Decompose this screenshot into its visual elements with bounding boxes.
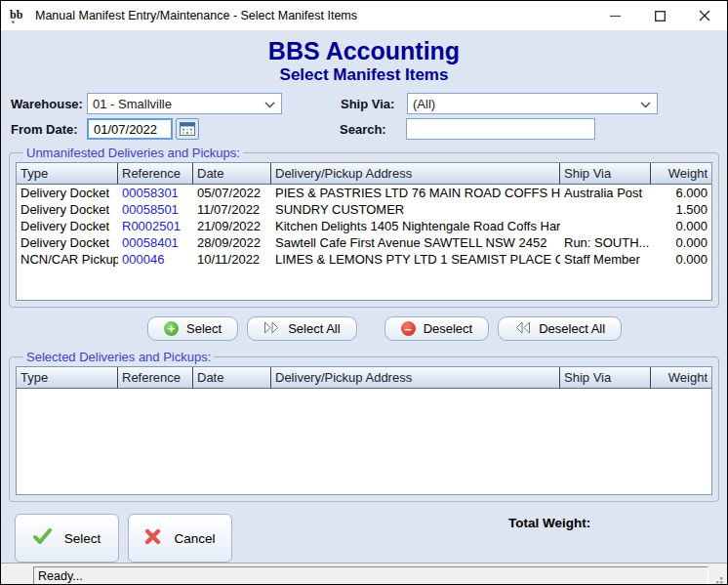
cell-weight: 0.000 [651,234,711,251]
cell-type: Delivery Docket [17,185,118,201]
cell-shipvia: Run: SOUTH... [560,234,651,251]
search-label: Search: [340,122,406,137]
warehouse-label: Warehouse: [9,97,87,111]
cell-address: PIES & PASTRIES LTD 76 MAIN ROAD COFFS H… [271,185,560,201]
ship-via-label: Ship Via: [341,97,407,111]
cell-reference-link[interactable]: 00058301 [118,185,193,201]
cancel-label: Cancel [174,531,215,546]
minus-circle-icon: – [401,321,416,336]
minimize-button[interactable] [592,1,637,30]
cell-address: SUNDRY CUSTOMER [271,201,560,218]
window-title: Manual Manifest Entry/Maintenance - Sele… [35,9,357,22]
cell-weight: 0.000 [651,251,711,268]
status-text: Ready... [33,566,708,585]
cell-address: LIMES & LEMONS PTY LTD 1 SEAMIST PLACE C… [271,251,560,268]
bbs-app-icon: bb s [9,8,28,24]
check-icon [33,528,52,548]
unmanifested-group: Unmanifested Deliveries and Pickups: Typ… [9,146,719,308]
column-header-address: Delivery/Pickup Address [271,163,560,184]
statusbar: Ready... [1,563,727,585]
selected-table: Type Reference Date Delivery/Pickup Addr… [16,366,712,495]
cell-weight: 6.000 [651,185,711,201]
confirm-select-button[interactable]: Select [15,514,119,563]
from-date-input[interactable] [87,118,173,140]
cell-reference-link[interactable]: 00058501 [118,201,193,218]
from-date-label: From Date: [9,122,87,137]
column-header-type: Type [17,367,118,388]
dialog-content: BBS Accounting Select Manifest Items War… [1,30,727,563]
cell-date: 10/11/2022 [193,251,271,268]
unmanifested-group-label: Unmanifested Deliveries and Pickups: [23,146,243,160]
titlebar: bb s Manual Manifest Entry/Maintenance -… [1,1,727,30]
column-header-type: Type [17,163,118,184]
column-header-date: Date [193,367,271,388]
double-right-arrow-icon [263,321,280,337]
cell-reference-link[interactable]: R0002501 [118,218,193,234]
cell-type: Delivery Docket [17,201,118,218]
cell-shipvia: Australia Post [560,185,651,201]
unmanifested-table-body: Delivery Docket 00058301 05/07/2022 PIES… [17,185,711,300]
column-header-weight: Weight [651,367,711,388]
deselect-all-button[interactable]: Deselect All [498,316,622,341]
column-header-date: Date [193,163,271,184]
app-title: BBS Accounting [9,37,719,64]
table-row[interactable]: NCN/CAR Pickup 000046 10/11/2022 LIMES &… [17,251,711,268]
filter-row-1: Warehouse: 01 - Smallville Ship Via: (Al… [9,93,719,114]
cancel-button[interactable]: Cancel [128,514,232,563]
select-button-label: Select [186,321,222,336]
warehouse-select[interactable]: 01 - Smallville [87,93,282,114]
plus-circle-icon: + [164,321,179,336]
chevron-down-icon [640,97,651,111]
close-icon [699,10,710,21]
minimize-icon [610,11,621,21]
filter-row-2: From Date: Search: [9,118,719,140]
calendar-button[interactable] [176,118,199,140]
cell-address: Sawtell Cafe First Avenue SAWTELL NSW 24… [271,234,560,251]
column-header-address: Delivery/Pickup Address [271,367,560,388]
select-button[interactable]: + Select [147,316,238,341]
table-row[interactable]: Delivery Docket 00058401 28/09/2022 Sawt… [17,234,711,251]
cell-shipvia: Staff Member [560,251,651,268]
x-icon [144,528,161,548]
cell-type: Delivery Docket [17,218,118,234]
svg-text:s: s [12,18,15,24]
column-header-shipvia: Ship Via [560,367,651,388]
selected-group-label: Selected Deliveries and Pickups: [23,350,214,364]
selected-table-body [17,389,711,494]
selected-table-header: Type Reference Date Delivery/Pickup Addr… [17,367,711,389]
search-input[interactable] [406,118,595,140]
cell-date: 21/09/2022 [193,218,271,234]
column-header-shipvia: Ship Via [560,163,651,184]
cell-date: 28/09/2022 [193,234,271,251]
resize-grip[interactable] [710,575,724,585]
cell-reference-link[interactable]: 000046 [118,251,193,268]
total-weight-label: Total Weight: [508,516,590,530]
table-row[interactable]: Delivery Docket 00058501 11/07/2022 SUND… [17,201,711,218]
cell-address: Kitchen Delights 1405 Nightengale Road C… [271,218,560,234]
chevron-down-icon [264,97,275,111]
selection-actions: + Select Select All – Deselect Deselect … [147,316,719,341]
ship-via-select[interactable]: (All) [407,93,658,114]
ship-via-value: (All) [413,97,435,111]
unmanifested-table-header: Type Reference Date Delivery/Pickup Addr… [17,163,711,185]
close-button[interactable] [682,1,727,30]
select-all-button[interactable]: Select All [247,316,356,341]
cell-shipvia [560,201,651,218]
confirm-select-label: Select [64,531,101,546]
deselect-button-label: Deselect [424,321,473,336]
cell-reference-link[interactable]: 00058401 [118,234,193,251]
window-controls [592,1,727,30]
column-header-reference: Reference [118,163,193,184]
cell-date: 05/07/2022 [193,185,271,201]
table-row[interactable]: Delivery Docket R0002501 21/09/2022 Kitc… [17,218,711,234]
cell-date: 11/07/2022 [193,201,271,218]
cell-type: Delivery Docket [17,234,118,251]
double-left-arrow-icon [514,321,531,337]
cell-type: NCN/CAR Pickup [17,251,118,268]
selected-group: Selected Deliveries and Pickups: Type Re… [9,350,719,502]
table-row[interactable]: Delivery Docket 00058301 05/07/2022 PIES… [17,185,711,201]
deselect-button[interactable]: – Deselect [384,316,490,341]
maximize-icon [655,11,666,21]
cell-shipvia [560,218,651,234]
maximize-button[interactable] [637,1,682,30]
